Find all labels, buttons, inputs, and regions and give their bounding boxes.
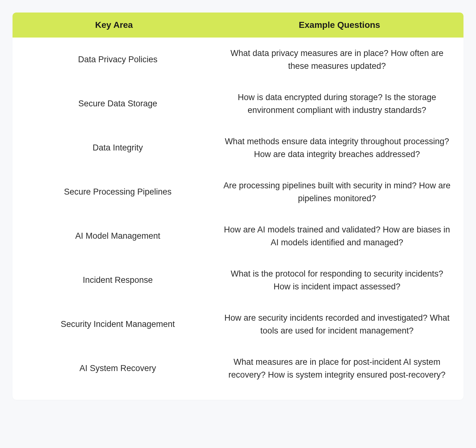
header-example-questions: Example Questions xyxy=(215,20,463,30)
security-questions-table: Key Area Example Questions Data Privacy … xyxy=(13,13,463,400)
cell-example-questions: How are AI models trained and validated?… xyxy=(217,223,451,249)
cell-key-area: Secure Processing Pipelines xyxy=(25,186,217,198)
cell-key-area: Data Integrity xyxy=(25,141,217,154)
table-row: Incident Response What is the protocol f… xyxy=(13,258,463,302)
cell-example-questions: What is the protocol for responding to s… xyxy=(217,267,451,293)
cell-example-questions: How are security incidents recorded and … xyxy=(217,312,451,337)
table-row: Security Incident Management How are sec… xyxy=(13,302,463,346)
cell-key-area: Secure Data Storage xyxy=(25,97,217,110)
cell-key-area: Incident Response xyxy=(25,274,217,287)
cell-example-questions: Are processing pipelines built with secu… xyxy=(217,179,451,205)
table-row: AI Model Management How are AI models tr… xyxy=(13,214,463,258)
cell-example-questions: What methods ensure data integrity throu… xyxy=(217,135,451,160)
cell-example-questions: How is data encrypted during storage? Is… xyxy=(217,91,451,116)
table-row: Data Integrity What methods ensure data … xyxy=(13,126,463,170)
cell-example-questions: What measures are in place for post-inci… xyxy=(217,356,451,381)
table-row: Data Privacy Policies What data privacy … xyxy=(13,38,463,82)
table-row: Secure Processing Pipelines Are processi… xyxy=(13,170,463,214)
cell-key-area: AI Model Management xyxy=(25,230,217,242)
header-key-area: Key Area xyxy=(13,20,215,30)
cell-key-area: Security Incident Management xyxy=(25,318,217,331)
table-row: Secure Data Storage How is data encrypte… xyxy=(13,82,463,126)
cell-example-questions: What data privacy measures are in place?… xyxy=(217,47,451,72)
cell-key-area: AI System Recovery xyxy=(25,362,217,375)
table-row: AI System Recovery What measures are in … xyxy=(13,346,463,390)
table-body: Data Privacy Policies What data privacy … xyxy=(13,38,463,400)
cell-key-area: Data Privacy Policies xyxy=(25,53,217,66)
table-header: Key Area Example Questions xyxy=(13,13,463,38)
